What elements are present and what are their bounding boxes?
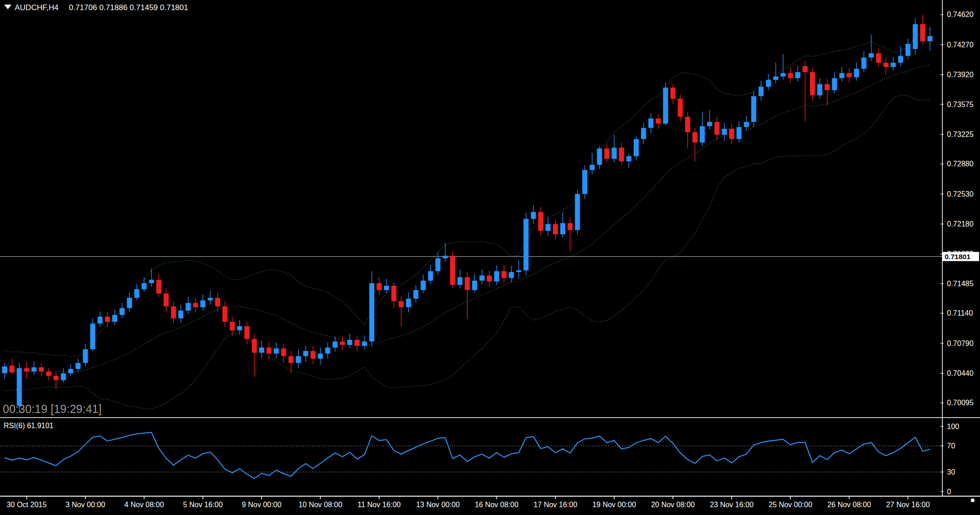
candle-body [24,368,29,371]
candle-body [854,69,859,78]
candle-body [641,128,646,139]
candle-body [149,280,154,283]
candle-body [810,72,815,95]
candle-body [223,306,228,322]
candle-body [884,63,889,67]
candle-body [164,294,169,306]
bb-middle-band [5,65,930,372]
candle-body [465,277,470,290]
candle-body [751,96,756,122]
candle-body [766,80,771,87]
candle-body [898,56,903,63]
candle-body [281,348,286,356]
candle-body [803,66,808,72]
rsi-indicator-label: RSI(6) 61.9101 [4,422,54,430]
candle-body [737,127,742,139]
candle-body [678,99,683,117]
candle-body [634,139,639,156]
rsi-polyline [5,432,930,478]
candle-body [414,290,419,299]
candle-body [311,351,316,359]
candle-body [370,283,375,341]
candle-body [32,367,37,371]
mt4-chart-window: 0.746200.742700.739200.735750.732250.728… [0,0,980,515]
candle-body [267,347,272,353]
bb-lower-band [5,95,930,409]
candle-body [259,347,264,352]
candle-body [832,78,837,90]
candle-body [436,258,441,271]
candle-body [538,212,543,231]
chart-title-symbol: AUDCHF,H4 [15,3,58,12]
candle-body [612,147,617,158]
candle-body [509,272,514,278]
candle-body [818,84,823,95]
candle-body [773,76,778,79]
candle-body [318,354,323,359]
candle-body [274,348,279,353]
candle-body [788,73,793,78]
candle-body [296,356,301,363]
time-axis-line [0,496,980,497]
candle-body [384,286,389,290]
candle-body [215,298,220,306]
candle-body [10,366,15,373]
candle-body [68,369,73,373]
candle-body [847,73,852,77]
candle-body [406,299,411,307]
symbol-dropdown-icon[interactable] [4,5,11,9]
candle-body [112,315,118,322]
candle-body [693,132,698,142]
candle-body [392,286,397,301]
candle-body [127,298,132,308]
candle-body [876,53,881,63]
price-axis[interactable] [943,0,980,496]
candle-body [502,271,507,278]
candle-body [450,256,455,285]
candle-body [744,122,749,127]
candle-body [649,119,654,128]
candle-body [90,323,95,349]
candle-body [201,300,206,307]
candle-body [237,326,242,330]
candle-body [913,24,918,49]
candle-body [619,147,624,161]
candle-body [208,298,213,300]
candle-body [575,194,580,230]
candle-body [472,281,477,290]
candle-body [347,340,353,345]
candle-body [355,340,360,346]
candle-body [597,148,602,164]
candle-body [421,281,426,290]
candle-body [553,224,558,234]
candle-body [524,219,529,270]
candle-body [399,301,404,307]
candle-body [494,271,499,281]
candle-body [186,303,191,311]
bollinger-bands [5,29,930,409]
candle-body [825,84,830,90]
candle-body [781,73,786,76]
pane-separator[interactable] [0,417,980,418]
candle-body [920,24,925,41]
candle-body [546,224,551,231]
tester-timer: 00:30:19 [19:29:41] [3,402,101,415]
time-axis[interactable] [0,497,980,515]
candle-body [428,271,433,281]
candle-body [560,223,566,234]
candlestick-chart[interactable]: 0.746200.742700.739200.735750.732250.728… [0,0,980,515]
candle-body [605,148,610,158]
candle-body [333,341,338,347]
candle-body [46,372,51,376]
candle-body [869,53,874,57]
candle-body [325,347,330,353]
candle-body [487,276,492,282]
candles-layer [2,15,933,413]
candle-body [171,306,176,318]
candle-body [700,126,705,142]
candle-body [39,367,44,371]
candle-body [516,270,521,272]
candle-body [795,72,801,78]
candle-body [891,63,896,67]
candle-body [120,308,125,315]
